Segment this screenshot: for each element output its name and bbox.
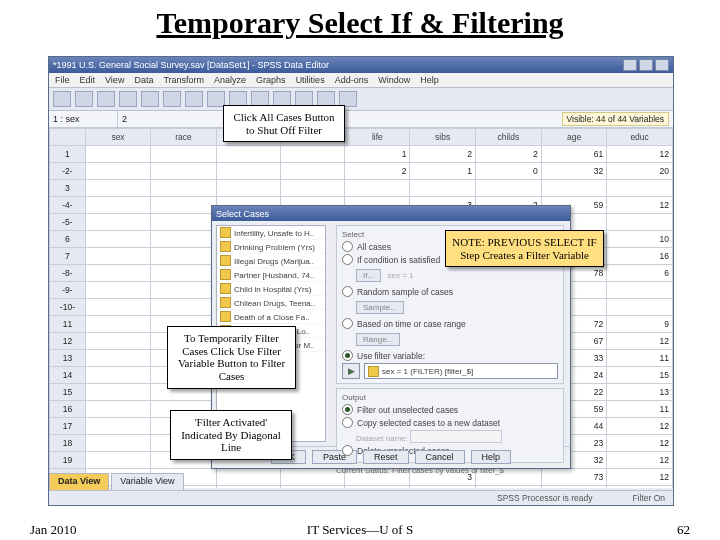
toolbar-button[interactable] <box>53 91 71 107</box>
sample-button[interactable]: Sample... <box>356 301 404 314</box>
menu-data[interactable]: Data <box>134 75 153 85</box>
dialog-help-button[interactable]: Help <box>471 450 512 464</box>
toolbar[interactable] <box>49 88 673 111</box>
callout-filter-activated: 'Filter Activated' Indicated By Diagonal… <box>170 410 292 460</box>
move-variable-button[interactable]: ▶ <box>342 363 360 379</box>
if-button[interactable]: If... <box>356 269 381 282</box>
menu-transform[interactable]: Transform <box>163 75 204 85</box>
variable-item[interactable]: Death of a Close Fa.. <box>217 310 325 324</box>
dialog-title: Select Cases <box>216 209 269 219</box>
dataset-name-input <box>410 430 502 443</box>
radio-random-sample[interactable]: Random sample of cases <box>342 286 558 297</box>
toolbar-button[interactable] <box>163 91 181 107</box>
visible-variables: Visible: 44 of 44 Variables <box>562 112 670 126</box>
if-condition-preview: sex = 1 <box>388 271 414 280</box>
radio-range[interactable]: Based on time or case range <box>342 318 558 329</box>
tab-data-view[interactable]: Data View <box>49 473 109 491</box>
variable-item[interactable]: Chilean Drugs, Teena.. <box>217 296 325 310</box>
status-filter: Filter On <box>632 493 665 503</box>
window-controls[interactable] <box>623 59 669 71</box>
callout-all-cases: Click All Cases Button to Shut Off Filte… <box>223 105 345 142</box>
menu-help[interactable]: Help <box>420 75 439 85</box>
menu-analyze[interactable]: Analyze <box>214 75 246 85</box>
footer-org: IT Services—U of S <box>0 522 720 538</box>
callout-use-filter: To Temporarily Filter Cases Click Use Fi… <box>167 326 296 389</box>
menubar[interactable]: FileEditViewDataTransformAnalyzeGraphsUt… <box>49 73 673 88</box>
tab-variable-view[interactable]: Variable View <box>111 473 183 491</box>
radio-output-copy[interactable]: Copy selected cases to a new dataset <box>342 417 558 428</box>
toolbar-button[interactable] <box>75 91 93 107</box>
variable-item[interactable]: Illegal Drugs (Marijua.. <box>217 254 325 268</box>
window-titlebar: *1991 U.S. General Social Survey.sav [Da… <box>49 57 673 73</box>
menu-window[interactable]: Window <box>378 75 410 85</box>
variable-item[interactable]: Infertility, Unsafe to H.. <box>217 226 325 240</box>
toolbar-button[interactable] <box>185 91 203 107</box>
sheet-tabs[interactable]: Data View Variable View <box>49 473 186 491</box>
menu-add-ons[interactable]: Add-ons <box>335 75 369 85</box>
cell-name: 1 : sex <box>49 111 118 127</box>
toolbar-button[interactable] <box>97 91 115 107</box>
menu-file[interactable]: File <box>55 75 70 85</box>
radio-output-filter[interactable]: Filter out unselected cases <box>342 404 558 415</box>
status-processor: SPSS Processor is ready <box>497 493 592 503</box>
cell-editor-bar: 1 : sex 2 Visible: 44 of 44 Variables <box>49 111 673 128</box>
menu-view[interactable]: View <box>105 75 124 85</box>
toolbar-button[interactable] <box>141 91 159 107</box>
menu-utilities[interactable]: Utilities <box>296 75 325 85</box>
dialog-titlebar: Select Cases <box>212 206 570 221</box>
menu-graphs[interactable]: Graphs <box>256 75 286 85</box>
variable-item[interactable]: Partner [Husband, 74.. <box>217 268 325 282</box>
dialog-cancel-button[interactable]: Cancel <box>415 450 465 464</box>
toolbar-button[interactable] <box>119 91 137 107</box>
variable-item[interactable]: Child in Hospital (Yrs) <box>217 282 325 296</box>
status-bar: SPSS Processor is ready Filter On <box>49 490 673 505</box>
window-title-text: *1991 U.S. General Social Survey.sav [Da… <box>53 60 623 70</box>
filter-variable-field[interactable]: sex = 1 (FILTER) [filter_$] <box>364 363 558 379</box>
radio-use-filter[interactable]: Use filter variable: <box>342 350 558 361</box>
dialog-status-line: Current Status: Filter cases by values o… <box>336 466 564 475</box>
output-group-label: Output <box>342 393 558 402</box>
dialog-reset-button[interactable]: Reset <box>363 450 409 464</box>
range-button[interactable]: Range... <box>356 333 400 346</box>
page-title: Temporary Select If & Filtering <box>0 6 720 40</box>
spss-window: *1991 U.S. General Social Survey.sav [Da… <box>48 56 674 506</box>
footer-page: 62 <box>677 522 690 538</box>
callout-note-previous: NOTE: PREVIOUS SELECT IF Step Creates a … <box>445 230 604 267</box>
variable-item[interactable]: Drinking Problem (Yrs) <box>217 240 325 254</box>
menu-edit[interactable]: Edit <box>80 75 96 85</box>
